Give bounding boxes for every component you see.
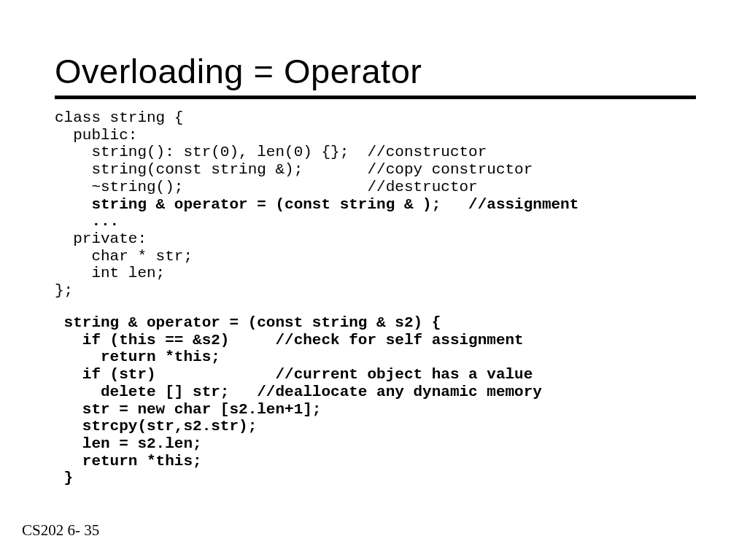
code-line: strcpy(str,s2.str); [55,418,257,435]
slide-footer: CS202 6- 35 [22,521,99,540]
code-line-bold: ... [55,213,119,230]
code-line: str = new char [s2.len+1]; [55,401,321,418]
code-line: int len; [55,265,165,281]
code-block-class-def: class string { public: string(): str(0),… [55,109,696,300]
code-line: private: [55,230,147,247]
code-line: char * str; [55,248,193,265]
code-line: string(): str(0), len(0) {}; //construct… [55,144,487,160]
code-line: len = s2.len; [55,435,202,452]
code-line: if (this == &s2) //check for self assign… [55,332,524,349]
code-line: delete [] str; //deallocate any dynamic … [55,384,542,400]
code-line-bold: string & operator = (const string & ); /… [55,196,578,213]
code-line: ~string(); //destructor [55,179,478,195]
code-line: string & operator = (const string & s2) … [55,314,441,331]
code-line: class string { [55,109,183,126]
code-block-impl: string & operator = (const string & s2) … [55,314,696,487]
slide: Overloading = Operator class string { pu… [0,0,747,560]
code-line: } [55,470,73,486]
title-rule [55,96,696,99]
code-line: return *this; [55,453,202,470]
code-line: return *this; [55,349,220,365]
slide-title: Overloading = Operator [55,51,696,91]
code-line: public: [55,127,137,144]
code-line: string(const string &); //copy construct… [55,161,533,178]
code-line: if (str) //current object has a value [55,366,533,383]
code-line: }; [55,282,73,299]
